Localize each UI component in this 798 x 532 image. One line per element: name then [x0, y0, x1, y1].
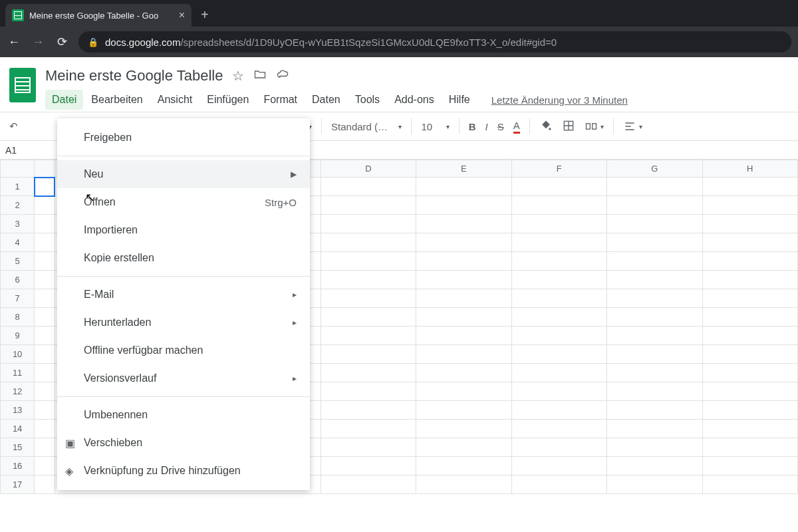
menu-item-download[interactable]: Herunterladen▸ [57, 309, 310, 336]
col-header[interactable]: F [511, 160, 606, 178]
reload-icon[interactable]: ⟳ [55, 35, 69, 49]
col-header[interactable]: H [702, 160, 798, 178]
browser-tabstrip: Meine erste Google Tabelle - Goo × + [0, 0, 798, 27]
font-size-dropdown[interactable]: 10 ▾ [421, 121, 449, 132]
menu-tools[interactable]: Tools [348, 90, 386, 110]
row-header[interactable]: 11 [1, 364, 35, 382]
row-header[interactable]: 14 [1, 420, 35, 438]
row-header[interactable]: 5 [1, 252, 35, 271]
col-header[interactable]: D [321, 160, 416, 178]
menu-item-offline[interactable]: Offline verfügbar machen [57, 336, 310, 364]
lock-icon: 🔒 [88, 37, 98, 47]
horizontal-align-icon[interactable]: ▾ [623, 120, 642, 133]
sheets-logo-icon[interactable] [9, 68, 36, 102]
menu-item-rename[interactable]: Umbenennen [57, 401, 310, 429]
bold-icon[interactable]: B [469, 121, 476, 132]
italic-icon[interactable]: I [485, 121, 487, 132]
row-header[interactable]: 3 [1, 215, 35, 233]
url-host: docs.google.com [105, 37, 180, 48]
submenu-arrow-icon: ▶ [291, 170, 297, 179]
row-header[interactable]: 7 [1, 289, 35, 308]
menu-item-share[interactable]: Freigeben [57, 124, 310, 152]
col-header[interactable]: G [607, 160, 702, 178]
row-header[interactable]: 2 [1, 196, 35, 215]
doc-title[interactable]: Meine erste Google Tabelle [45, 67, 223, 84]
row-header[interactable]: 13 [1, 401, 35, 420]
drive-icon: ◈ [65, 465, 73, 477]
url-path: /spreadsheets/d/1D9UyOEq-wYuEB1tSqzeSi1G… [180, 37, 557, 48]
row-header[interactable]: 16 [1, 457, 35, 475]
url-bar[interactable]: 🔒 docs.google.com/spreadsheets/d/1D9UyOE… [78, 31, 791, 53]
menu-item-import[interactable]: Importieren [57, 216, 310, 244]
sheets-favicon-icon [12, 9, 24, 21]
submenu-arrow-icon: ▸ [293, 290, 297, 299]
menu-daten[interactable]: Daten [305, 90, 347, 110]
row-header[interactable]: 17 [1, 475, 35, 494]
row-header[interactable]: 4 [1, 233, 35, 252]
menu-item-new[interactable]: Neu▶ [57, 160, 310, 188]
menu-bar: Datei Bearbeiten Ansicht Einfügen Format… [45, 88, 789, 112]
browser-toolbar: ← → ⟳ 🔒 docs.google.com/spreadsheets/d/1… [0, 27, 798, 57]
folder-icon: ▣ [65, 437, 75, 450]
menu-hilfe[interactable]: Hilfe [442, 90, 477, 110]
cell-a1[interactable] [35, 178, 55, 196]
text-color-icon[interactable]: A [513, 120, 520, 134]
menu-format[interactable]: Format [257, 90, 304, 110]
cloud-status-icon[interactable] [276, 68, 289, 84]
back-icon[interactable]: ← [7, 35, 21, 49]
forward-icon[interactable]: → [31, 35, 45, 49]
svg-point-0 [549, 128, 551, 130]
row-header[interactable]: 1 [1, 178, 35, 196]
browser-tab[interactable]: Meine erste Google Tabelle - Goo × [5, 4, 192, 27]
row-header[interactable]: 6 [1, 271, 35, 289]
menu-ansicht[interactable]: Ansicht [151, 90, 199, 110]
menu-item-drive-shortcut[interactable]: ◈Verknüpfung zu Drive hinzufügen [57, 457, 310, 485]
submenu-arrow-icon: ▸ [293, 318, 297, 327]
submenu-arrow-icon: ▸ [293, 374, 297, 383]
undo-icon[interactable]: ↶ [9, 120, 18, 132]
menu-bearbeiten[interactable]: Bearbeiten [84, 90, 149, 110]
row-header[interactable]: 15 [1, 438, 35, 457]
tab-title: Meine erste Google Tabelle - Goo [29, 11, 158, 21]
star-icon[interactable]: ☆ [232, 68, 244, 84]
col-header-a-clip[interactable] [35, 160, 55, 178]
menu-item-open[interactable]: ÖffnenStrg+O [57, 188, 310, 216]
row-header[interactable]: 12 [1, 382, 35, 401]
move-folder-icon[interactable] [253, 68, 267, 84]
menu-einfuegen[interactable]: Einfügen [200, 90, 255, 110]
new-tab-button[interactable]: + [201, 7, 209, 23]
row-header[interactable]: 8 [1, 308, 35, 327]
menu-addons[interactable]: Add-ons [388, 90, 441, 110]
select-all-corner[interactable] [1, 160, 35, 178]
file-menu-dropdown: Freigeben Neu▶ ÖffnenStrg+O Importieren … [57, 118, 310, 490]
row-header[interactable]: 9 [1, 327, 35, 345]
menu-datei[interactable]: Datei [45, 90, 83, 110]
shortcut-label: Strg+O [265, 197, 297, 208]
col-header[interactable]: E [416, 160, 511, 178]
row-header[interactable]: 10 [1, 345, 35, 364]
menu-item-move[interactable]: ▣Verschieben [57, 429, 310, 457]
close-tab-icon[interactable]: × [179, 9, 185, 21]
font-dropdown[interactable]: Standard (… ▾ [331, 121, 402, 132]
svg-rect-2 [586, 124, 590, 129]
strikethrough-icon[interactable]: S [497, 121, 504, 132]
fill-color-icon[interactable] [539, 119, 553, 134]
menu-item-email[interactable]: E-Mail▸ [57, 281, 310, 309]
last-edit-link[interactable]: Letzte Änderung vor 3 Minuten [491, 94, 628, 106]
merge-cells-icon[interactable]: ▾ [585, 120, 604, 133]
menu-item-version[interactable]: Versionsverlauf▸ [57, 364, 310, 392]
menu-item-copy[interactable]: Kopie erstellen [57, 244, 310, 272]
svg-rect-3 [592, 124, 596, 129]
borders-icon[interactable] [562, 119, 575, 134]
sheets-header: Meine erste Google Tabelle ☆ Datei Bearb… [0, 57, 798, 112]
